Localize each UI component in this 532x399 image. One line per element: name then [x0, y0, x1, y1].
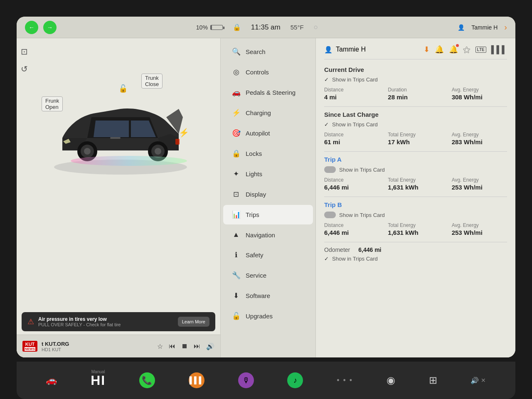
- car-task-item[interactable]: 🚗: [46, 375, 57, 386]
- menu-item-software[interactable]: ⬇Software: [223, 286, 313, 305]
- menu-icon-locks: 🔒: [232, 149, 241, 158]
- trip-b-toggle[interactable]: [324, 212, 336, 218]
- menu-icon-service: 🔧: [232, 271, 241, 280]
- svg-rect-7: [110, 137, 121, 139]
- menu-item-autopilot[interactable]: 🎯Autopilot: [223, 123, 313, 143]
- bell-silenced-icon[interactable]: 🔔: [435, 45, 444, 54]
- trip-b-energy-value: 1,631 kWh: [388, 229, 443, 236]
- status-center: 10% 🔒 11:35 am 55°F ○: [62, 23, 453, 32]
- menu-item-upgrades[interactable]: 🔓Upgrades: [223, 306, 313, 326]
- trip-a-energy-label: Total Energy: [388, 177, 443, 183]
- menu-item-pedals[interactable]: 🚗Pedals & Steering: [223, 83, 313, 102]
- menu-icon-trips: 📊: [232, 210, 241, 219]
- more-apps-item[interactable]: • • •: [337, 376, 353, 385]
- menu-item-charging[interactable]: ⚡Charging: [223, 103, 313, 123]
- since-last-charge-show-label: Show in Trips Card: [332, 121, 378, 128]
- menu-label-software: Software: [246, 292, 270, 299]
- trunk-line1: Trunk: [145, 75, 159, 81]
- menu-label-search: Search: [246, 48, 266, 55]
- camera-icon: ◉: [387, 374, 395, 386]
- trip-b-title: Trip B: [324, 201, 507, 208]
- car-image: [46, 84, 195, 184]
- spotify-task-item[interactable]: ♪: [287, 372, 303, 388]
- slc-distance: Distance 61 mi: [324, 132, 379, 145]
- slc-distance-label: Distance: [324, 132, 379, 138]
- phone-task-item[interactable]: 📞: [139, 372, 155, 388]
- trip-a-energy: Total Energy 1,631 kWh: [388, 177, 443, 191]
- menu-label-display: Display: [246, 191, 266, 198]
- back-button[interactable]: ←: [25, 21, 38, 34]
- download-icon[interactable]: ⬇: [424, 45, 430, 54]
- media-channel: HD1 KUT: [42, 347, 153, 352]
- odometer-label: Odometer: [324, 246, 350, 253]
- menu-item-display[interactable]: ⊡Display: [223, 185, 313, 204]
- menu-item-locks[interactable]: 🔒Locks: [223, 144, 313, 163]
- more-dots-icon: • • •: [337, 376, 353, 385]
- divider-3: [324, 197, 507, 197]
- stop-button[interactable]: ⏹: [181, 342, 188, 350]
- left-panel: ⊡ ↺ Frunk Open Trunk Close 🔓 ⚡: [17, 38, 220, 357]
- menu-item-lights[interactable]: ✦Lights: [223, 164, 313, 184]
- mute-x: ✕: [481, 377, 486, 384]
- camera-task-item[interactable]: ◉: [387, 374, 395, 386]
- taskbar: 🚗 Manual HI 📞 ▌▌▌ 🎙 ♪ • • • ◉ ⊞ 🔊 ✕: [17, 362, 515, 399]
- current-drive-show-trips: ✓ Show in Trips Card: [324, 76, 507, 83]
- trip-a-toggle[interactable]: [324, 166, 336, 173]
- menu-label-controls: Controls: [246, 69, 269, 76]
- trip-b-show-trips: Show in Trips Card: [324, 212, 507, 218]
- slc-energy-value: 17 kWh: [388, 138, 443, 145]
- trip-a-distance: Distance 6,446 mi: [324, 177, 379, 191]
- podcast-task-item[interactable]: 🎙: [238, 372, 254, 388]
- menu-label-upgrades: Upgrades: [246, 313, 273, 320]
- menu-icon-lights: ✦: [232, 170, 241, 178]
- right-panel-username: Tammie H: [336, 46, 366, 53]
- forward-button[interactable]: →: [43, 21, 57, 34]
- slc-avg-energy: Avg. Energy 283 Wh/mi: [452, 132, 507, 145]
- media-logo: KUT NEWS: [22, 341, 37, 352]
- odometer-show-label: Show in Trips Card: [332, 256, 378, 262]
- menu-item-service[interactable]: 🔧Service: [223, 266, 313, 285]
- trip-b-avg-energy: Avg. Energy 253 Wh/mi: [452, 222, 507, 236]
- current-drive-duration: Duration 28 min: [388, 87, 443, 101]
- volume-control[interactable]: 🔊 ✕: [470, 377, 486, 384]
- menu-item-safety[interactable]: ℹSafety: [223, 245, 313, 265]
- alert-bar: ⚠ Air pressure in tires very low PULL OV…: [22, 312, 215, 331]
- menu-item-controls[interactable]: ◎Controls: [223, 62, 313, 82]
- menu-label-trips: Trips: [246, 211, 259, 218]
- menu-item-search[interactable]: 🔍Search: [223, 42, 313, 62]
- grid-task-item[interactable]: ⊞: [429, 374, 437, 386]
- trip-b-energy: Total Energy 1,631 kWh: [388, 222, 443, 236]
- audio-task-item[interactable]: ▌▌▌: [189, 372, 204, 388]
- media-controls: ☆ ⏮ ⏹ ⏭ 🔊: [157, 342, 214, 350]
- menu-icon-display: ⊡: [232, 190, 241, 199]
- header-icons: ⬇ 🔔 🔔 ⚝ LTE ▌▌▌: [424, 45, 507, 54]
- drive-mode-item[interactable]: Manual HI: [91, 373, 106, 388]
- prev-button[interactable]: ⏮: [169, 342, 175, 350]
- user-header: 👤 Tammie H ⬇ 🔔 🔔 ⚝ LTE ▌▌▌: [324, 45, 507, 59]
- battery-indicator: 10%: [196, 24, 223, 31]
- spotify-icon: ♪: [287, 372, 303, 388]
- menu-icon-pedals: 🚗: [232, 88, 241, 97]
- media-info: t KUT.ORG HD1 KUT: [42, 341, 153, 352]
- menu-icon-search: 🔍: [232, 47, 241, 56]
- next-button[interactable]: ⏭: [194, 342, 200, 350]
- current-drive-distance: Distance 4 mi: [324, 87, 379, 101]
- notification-bell-icon[interactable]: 🔔: [449, 45, 458, 54]
- since-last-charge-title: Since Last Charge: [324, 111, 507, 118]
- favorite-button[interactable]: ☆: [157, 342, 163, 350]
- volume-button[interactable]: 🔊: [206, 342, 214, 350]
- current-drive-stats: Distance 4 mi Duration 28 min Avg. Energ…: [324, 87, 507, 101]
- menu-icon-software: ⬇: [232, 291, 241, 300]
- since-last-charge-stats: Distance 61 mi Total Energy 17 kWh Avg. …: [324, 132, 507, 145]
- trip-b-energy-label: Total Energy: [388, 222, 443, 228]
- since-last-charge-checkmark: ✓: [324, 121, 329, 128]
- trip-b-avg-energy-label: Avg. Energy: [452, 222, 507, 228]
- trip-a-show-trips: Show in Trips Card: [324, 166, 507, 173]
- bluetooth-icon[interactable]: ⚝: [463, 45, 470, 54]
- current-drive-energy-label: Avg. Energy: [452, 87, 507, 93]
- menu-item-trips[interactable]: 📊Trips: [223, 205, 313, 224]
- menu-item-navigation[interactable]: ▲Navigation: [223, 225, 313, 244]
- audio-icon: ▌▌▌: [189, 372, 204, 388]
- learn-more-button[interactable]: Learn More: [178, 317, 209, 327]
- phone-icon: 📞: [139, 372, 155, 388]
